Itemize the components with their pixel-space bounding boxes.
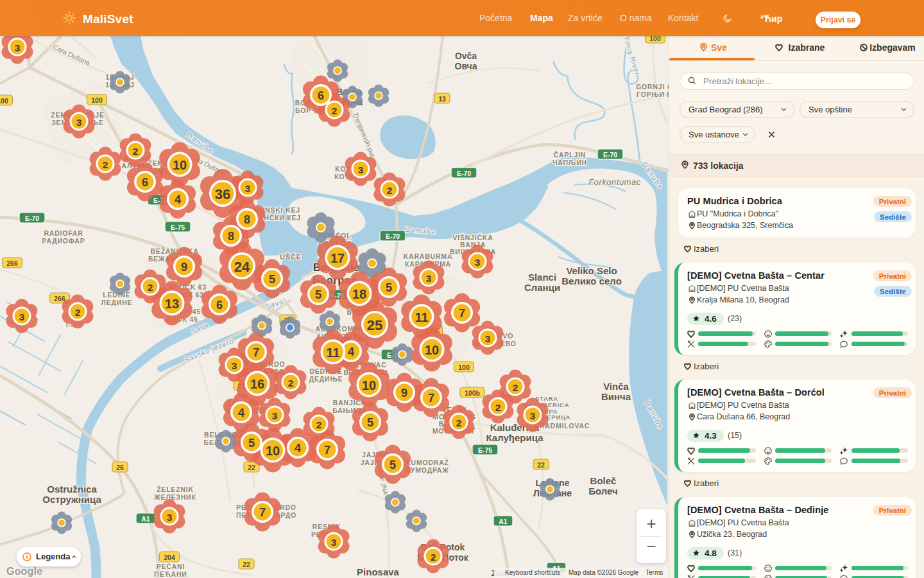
- svg-text:2: 2: [495, 402, 501, 413]
- svg-text:KUMODRAŽ: KUMODRAŽ: [406, 459, 449, 466]
- svg-text:ЖЕЛЕЗНИК: ЖЕЛЕЗНИК: [153, 493, 196, 501]
- svg-text:4: 4: [238, 407, 244, 419]
- svg-text:Ostružnica: Ostružnica: [47, 484, 97, 495]
- svg-text:100b: 100b: [465, 389, 480, 397]
- svg-text:3: 3: [15, 42, 21, 53]
- svg-text:3: 3: [272, 410, 278, 421]
- svg-text:E-70: E-70: [25, 215, 39, 222]
- svg-text:11: 11: [415, 310, 428, 324]
- svg-text:3: 3: [530, 410, 536, 421]
- svg-text:3: 3: [475, 257, 481, 268]
- svg-text:Forkontumac: Forkontumac: [588, 177, 640, 187]
- svg-text:4: 4: [348, 346, 354, 358]
- svg-text:Калуђерица: Калуђерица: [486, 432, 544, 443]
- svg-text:22: 22: [537, 461, 545, 469]
- svg-text:6: 6: [142, 176, 148, 189]
- svg-text:22: 22: [243, 561, 250, 568]
- svg-text:5: 5: [367, 416, 373, 429]
- svg-text:ПЕЋАНИ: ПЕЋАНИ: [154, 570, 187, 578]
- svg-text:Vinča: Vinča: [603, 381, 629, 392]
- svg-text:3: 3: [485, 333, 491, 344]
- svg-text:13: 13: [438, 95, 446, 103]
- svg-text:3: 3: [331, 537, 337, 548]
- svg-text:2: 2: [332, 105, 338, 116]
- svg-text:4: 4: [175, 193, 181, 206]
- svg-text:3: 3: [76, 117, 82, 128]
- svg-text:E-70: E-70: [386, 232, 400, 240]
- svg-text:7: 7: [324, 444, 330, 457]
- svg-text:7: 7: [428, 392, 434, 405]
- svg-text:2: 2: [456, 417, 462, 428]
- svg-text:РАДИОФАР: РАДИОФАР: [42, 237, 85, 245]
- svg-text:16: 16: [250, 377, 264, 391]
- svg-text:RADIOFAR: RADIOFAR: [44, 229, 83, 237]
- svg-text:Veliko Selo: Veliko Selo: [566, 265, 617, 276]
- svg-text:11: 11: [326, 346, 339, 360]
- svg-text:7: 7: [253, 346, 259, 359]
- svg-text:6: 6: [216, 299, 223, 311]
- svg-text:204: 204: [164, 554, 175, 561]
- svg-text:8: 8: [244, 213, 250, 226]
- svg-text:266: 266: [6, 259, 18, 267]
- svg-text:6: 6: [318, 89, 324, 102]
- svg-text:5: 5: [386, 281, 392, 294]
- svg-text:A1: A1: [141, 515, 150, 523]
- svg-text:22: 22: [248, 464, 255, 471]
- svg-text:E-70: E-70: [457, 170, 471, 177]
- svg-text:7: 7: [459, 307, 465, 320]
- svg-text:2: 2: [133, 146, 139, 157]
- svg-text:ДЕДИЊЕ: ДЕДИЊЕ: [309, 375, 343, 383]
- svg-text:ŽELEZNIK: ŽELEZNIK: [157, 486, 194, 493]
- svg-text:3: 3: [167, 512, 173, 523]
- svg-text:3: 3: [426, 273, 432, 284]
- svg-text:18: 18: [352, 287, 366, 301]
- svg-text:Pinosava: Pinosava: [357, 566, 400, 577]
- svg-text:10: 10: [173, 158, 187, 172]
- svg-text:GORNJI G: GORNJI G: [636, 83, 669, 91]
- svg-text:10: 10: [266, 444, 280, 458]
- svg-text:100: 100: [91, 96, 103, 104]
- svg-text:7: 7: [259, 506, 266, 519]
- svg-text:ГОРЊИ П: ГОРЊИ П: [637, 91, 669, 98]
- svg-text:2: 2: [75, 307, 81, 318]
- svg-text:2: 2: [103, 159, 108, 170]
- svg-text:10: 10: [362, 378, 376, 392]
- svg-text:2: 2: [288, 378, 294, 389]
- svg-text:ЧАПЉИН: ЧАПЉИН: [552, 159, 587, 166]
- svg-text:3: 3: [19, 311, 25, 322]
- svg-text:2: 2: [387, 185, 393, 196]
- svg-text:E-75: E-75: [171, 223, 185, 231]
- svg-text:5: 5: [269, 273, 275, 286]
- svg-text:2: 2: [148, 282, 153, 293]
- svg-text:2: 2: [316, 419, 322, 430]
- svg-text:ЛЕДИНЕ: ЛЕДИНЕ: [101, 299, 133, 306]
- svg-text:E-75: E-75: [478, 446, 492, 454]
- svg-text:26: 26: [116, 464, 124, 471]
- svg-text:3: 3: [245, 183, 251, 194]
- svg-text:3: 3: [232, 360, 237, 371]
- svg-text:5: 5: [315, 288, 321, 301]
- svg-text:ČAPLJIN: ČAPLJIN: [554, 151, 586, 159]
- svg-text:Сланци: Сланци: [524, 282, 560, 293]
- svg-text:UŠĆE: UŠĆE: [280, 253, 302, 261]
- svg-text:2: 2: [513, 382, 518, 393]
- svg-text:3: 3: [358, 164, 364, 175]
- svg-text:5: 5: [389, 459, 396, 471]
- svg-text:9: 9: [401, 387, 407, 399]
- svg-text:24: 24: [234, 259, 250, 275]
- svg-text:13: 13: [165, 297, 179, 311]
- svg-text:Остружница: Остружница: [42, 494, 101, 505]
- svg-text:Ovča: Ovča: [455, 51, 477, 61]
- svg-text:E-70: E-70: [603, 151, 617, 159]
- svg-text:KARABURMA: KARABURMA: [404, 252, 453, 260]
- svg-text:100: 100: [649, 36, 661, 42]
- svg-text:266: 266: [54, 295, 65, 302]
- svg-text:Велико село: Велико село: [561, 276, 622, 286]
- svg-text:8: 8: [228, 230, 234, 243]
- svg-text:Винча: Винча: [601, 391, 631, 402]
- svg-text:PEĆANI: PEĆANI: [157, 563, 185, 570]
- svg-text:Овча: Овча: [455, 61, 477, 71]
- svg-text:Boleč: Boleč: [590, 475, 617, 486]
- svg-text:36: 36: [215, 186, 230, 202]
- svg-text:A1: A1: [499, 518, 508, 525]
